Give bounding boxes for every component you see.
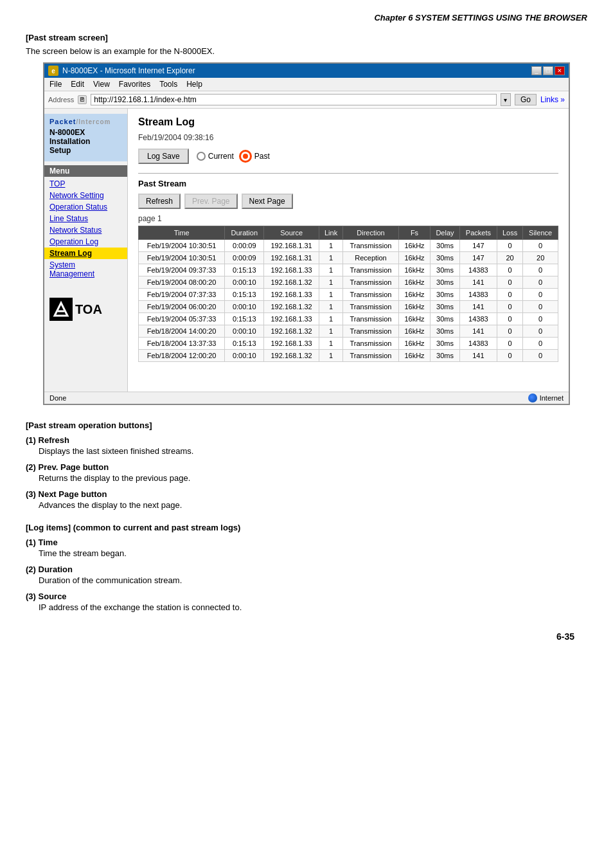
table-cell: 0: [497, 264, 522, 276]
toa-text: TOA: [75, 302, 102, 317]
radio-group: Current Past: [197, 150, 270, 163]
table-cell: Transmission: [343, 289, 399, 301]
table-cell: 20: [523, 252, 558, 264]
table-cell: 1: [319, 301, 343, 313]
window-controls: _ □ ✕: [531, 66, 565, 75]
table-cell: 0: [523, 301, 558, 313]
radio-current-input[interactable]: [197, 152, 206, 161]
minimize-button[interactable]: _: [531, 66, 542, 75]
desc-item-duration: (2) Duration Duration of the communicati…: [26, 565, 587, 585]
desc-item-prevpage-header: (2) Prev. Page button: [26, 462, 587, 472]
menu-view[interactable]: View: [93, 80, 110, 89]
table-cell: 16kHz: [398, 301, 430, 313]
table-cell: 0: [497, 289, 522, 301]
maximize-button[interactable]: □: [543, 66, 553, 75]
page-icon: 🖹: [78, 95, 87, 104]
stream-log-title: Stream Log: [138, 116, 558, 128]
table-cell: 192.168.1.32: [264, 301, 319, 313]
table-cell: 192.168.1.33: [264, 313, 319, 325]
radio-past[interactable]: Past: [239, 150, 270, 163]
menu-help[interactable]: Help: [186, 80, 202, 89]
table-cell: 30ms: [431, 289, 460, 301]
desc-num-3: (3): [26, 489, 36, 499]
sidebar-item-network-setting[interactable]: Network Setting: [44, 190, 127, 201]
menu-favorites[interactable]: Favorites: [119, 80, 150, 89]
table-cell: 1: [319, 289, 343, 301]
table-cell: 141: [459, 276, 497, 289]
table-cell: 16kHz: [398, 252, 430, 264]
sidebar-item-operation-status[interactable]: Operation Status: [44, 201, 127, 213]
table-cell: 0: [497, 313, 522, 325]
table-cell: 20: [497, 252, 522, 264]
go-button[interactable]: Go: [515, 94, 537, 105]
sidebar-item-network-status[interactable]: Network Status: [44, 224, 127, 236]
table-cell: 1: [319, 350, 343, 362]
close-button[interactable]: ✕: [555, 66, 565, 75]
table-cell: Transmission: [343, 301, 399, 313]
table-cell: 16kHz: [398, 313, 430, 325]
table-cell: Transmission: [343, 264, 399, 276]
menu-edit[interactable]: Edit: [71, 80, 84, 89]
table-cell: 16kHz: [398, 350, 430, 362]
next-page-button[interactable]: Next Page: [242, 194, 293, 209]
table-cell: 192.168.1.32: [264, 325, 319, 338]
sidebar-item-line-status[interactable]: Line Status: [44, 213, 127, 224]
table-row: Feb/19/2004 07:37:330:15:13192.168.1.331…: [139, 289, 558, 301]
prev-page-button[interactable]: Prev. Page: [184, 194, 237, 209]
sidebar-item-operation-log[interactable]: Operation Log: [44, 236, 127, 248]
col-delay: Delay: [431, 226, 460, 240]
address-input[interactable]: [91, 94, 497, 105]
table-cell: 0: [523, 313, 558, 325]
col-source: Source: [264, 226, 319, 240]
table-cell: 192.168.1.32: [264, 350, 319, 362]
table-row: Feb/19/2004 10:30:510:00:09192.168.1.311…: [139, 240, 558, 252]
page-label: page 1: [138, 214, 558, 223]
table-cell: 192.168.1.33: [264, 264, 319, 276]
desc-item-refresh-header: (1) Refresh: [26, 435, 587, 445]
sidebar-installation: Installation: [49, 137, 122, 146]
sidebar-menu-label: Menu: [44, 165, 127, 177]
refresh-button[interactable]: Refresh: [138, 194, 181, 209]
table-cell: Feb/19/2004 10:30:51: [139, 252, 225, 264]
address-dropdown[interactable]: ▾: [501, 93, 511, 106]
sidebar-logo-section: Packet/Intercom N-8000EX Installation Se…: [44, 114, 127, 161]
sidebar-item-top[interactable]: TOP: [44, 178, 127, 190]
log-save-button[interactable]: Log Save: [138, 149, 189, 164]
links-button[interactable]: Links »: [540, 95, 565, 104]
table-cell: Transmission: [343, 338, 399, 350]
log-num-3: (3): [26, 592, 36, 601]
table-cell: Feb/18/2004 12:00:20: [139, 350, 225, 362]
separator: [138, 173, 558, 174]
browser-titlebar: e N-8000EX - Microsoft Internet Explorer…: [44, 64, 569, 78]
radio-current[interactable]: Current: [197, 152, 234, 161]
table-cell: 141: [459, 325, 497, 338]
table-cell: 30ms: [431, 350, 460, 362]
sidebar-item-stream-log[interactable]: Stream Log: [44, 248, 127, 259]
table-cell: Feb/19/2004 06:00:20: [139, 301, 225, 313]
table-cell: 0: [497, 276, 522, 289]
table-cell: 192.168.1.33: [264, 338, 319, 350]
table-cell: 141: [459, 350, 497, 362]
log-controls: Log Save Current Past: [138, 149, 558, 164]
table-row: Feb/19/2004 08:00:200:00:10192.168.1.321…: [139, 276, 558, 289]
table-row: Feb/19/2004 05:37:330:15:13192.168.1.331…: [139, 313, 558, 325]
menu-tools[interactable]: Tools: [159, 80, 177, 89]
statusbar-done: Done: [49, 394, 66, 402]
col-fs: Fs: [398, 226, 430, 240]
table-cell: 0:15:13: [225, 313, 264, 325]
col-packets: Packets: [459, 226, 497, 240]
sidebar-item-system-management[interactable]: System Management: [44, 259, 127, 280]
menu-file[interactable]: File: [49, 80, 62, 89]
table-cell: 30ms: [431, 338, 460, 350]
ie-icon: e: [48, 66, 58, 76]
log-num-2: (2): [26, 565, 36, 574]
stream-nav-buttons: Refresh Prev. Page Next Page: [138, 194, 558, 209]
table-cell: Transmission: [343, 276, 399, 289]
table-cell: 0:00:10: [225, 350, 264, 362]
sidebar-logo-top: Packet/Intercom: [49, 118, 122, 125]
desc-item-nextpage-header: (3) Next Page button: [26, 489, 587, 499]
table-row: Feb/18/2004 13:37:330:15:13192.168.1.331…: [139, 338, 558, 350]
desc-label-3: Next Page button: [39, 489, 107, 499]
col-time: Time: [139, 226, 225, 240]
table-cell: 1: [319, 264, 343, 276]
